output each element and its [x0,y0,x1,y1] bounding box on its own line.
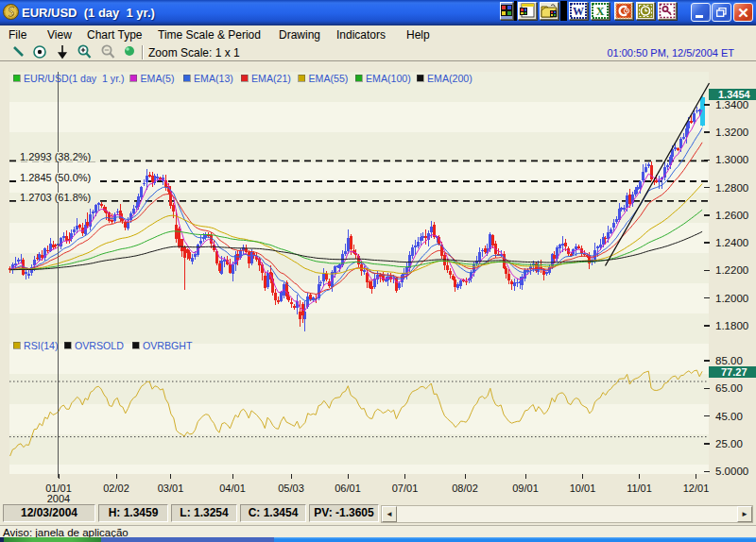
svg-text:EMA(200): EMA(200) [427,73,472,84]
svg-text:85.00: 85.00 [715,355,743,366]
svg-text:12/01: 12/01 [683,483,710,494]
svg-text:06/01: 06/01 [335,483,361,494]
svg-text:1.2400: 1.2400 [715,237,748,248]
svg-text:08/02: 08/02 [452,483,478,494]
svg-text:EMA(100): EMA(100) [366,73,411,84]
svg-text:EUR/USD(1 day 1 yr.): EUR/USD(1 day 1 yr.) [24,73,125,84]
svg-text:RSI(14): RSI(14) [24,340,59,351]
svg-text:EMA(55): EMA(55) [309,73,349,84]
svg-text:1.1800: 1.1800 [715,320,748,331]
svg-text:2004: 2004 [47,493,70,504]
svg-text:1.3200: 1.3200 [715,127,748,138]
svg-text:1.2600: 1.2600 [715,210,748,221]
svg-text:1.2000: 1.2000 [715,293,748,304]
svg-text:1.3400: 1.3400 [715,99,748,110]
svg-text:EMA(21): EMA(21) [251,73,291,84]
svg-text:02/02: 02/02 [103,483,129,494]
svg-text:05/03: 05/03 [278,483,304,494]
svg-text:1.3000: 1.3000 [715,154,748,165]
svg-text:11/01: 11/01 [627,483,652,494]
svg-text:04/01: 04/01 [219,483,246,494]
svg-text:EMA(13): EMA(13) [194,73,233,84]
svg-text:W: W [573,5,584,18]
svg-text:1.2800: 1.2800 [715,182,748,194]
svg-text:45.00: 45.00 [715,411,743,422]
svg-text:OVRBGHT: OVRBGHT [143,340,193,351]
svg-text:25.00: 25.00 [715,438,743,449]
svg-text:10/01: 10/01 [570,483,596,494]
svg-text:1.2845 (50.0%): 1.2845 (50.0%) [20,172,91,183]
svg-text:EMA(5): EMA(5) [141,73,175,84]
svg-text:65.00: 65.00 [715,382,743,394]
svg-text:77.27: 77.27 [721,366,747,378]
svg-text:03/01: 03/01 [158,483,184,494]
svg-text:OVRSOLD: OVRSOLD [75,340,124,351]
svg-text:1.2993 (38.2%): 1.2993 (38.2%) [20,151,91,162]
svg-text:1.2703 (61.8%): 1.2703 (61.8%) [20,192,91,203]
svg-text:09/01: 09/01 [512,483,539,494]
svg-text:X: X [596,5,605,18]
svg-text:1.2200: 1.2200 [715,264,748,276]
svg-text:1.3454: 1.3454 [718,89,751,100]
svg-text:07/01: 07/01 [392,483,419,494]
svg-text:5.0000: 5.0000 [715,466,748,477]
